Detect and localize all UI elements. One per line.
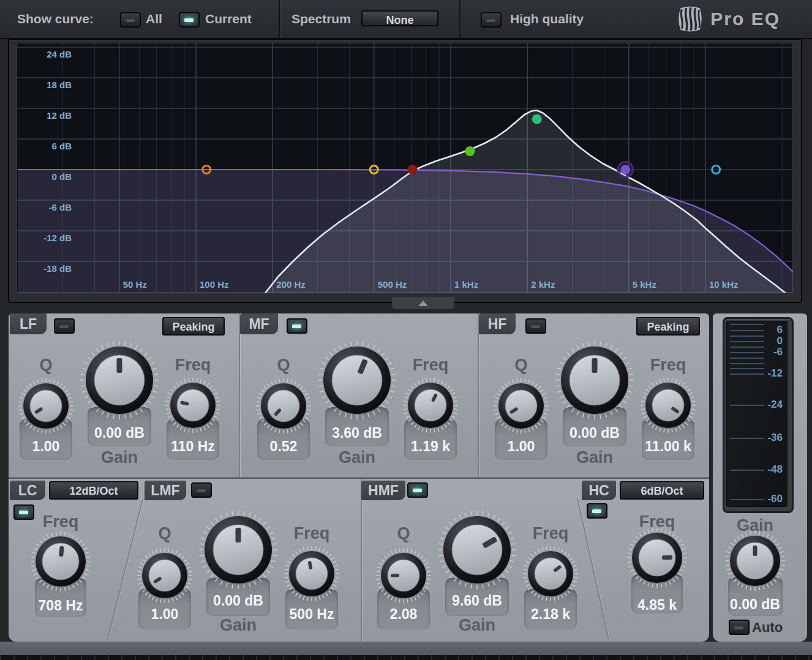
meter-scale-label: -12 <box>767 367 783 380</box>
band-enable-toggle-lmf[interactable] <box>191 482 212 498</box>
db-axis-label: -12 dB <box>43 233 72 243</box>
graph-collapse-handle[interactable] <box>392 297 454 309</box>
toggle-led-icon <box>592 509 601 513</box>
hmf-freq-value: 2.18 k <box>531 606 570 623</box>
band-tab-lc: LC <box>10 481 45 500</box>
meter-tick <box>730 341 764 342</box>
db-axis-label: -18 dB <box>43 263 72 274</box>
band-tab-hmf: HMF <box>361 481 405 500</box>
meter-scale-label: 0 <box>777 335 783 347</box>
lf-q-value: 1.00 <box>32 438 60 455</box>
eq-handle-mf[interactable] <box>465 146 475 156</box>
freq-axis-label: 5 kHz <box>633 279 656 290</box>
lc-freq-knob[interactable] <box>29 530 92 593</box>
lmf-gain-knob[interactable] <box>197 509 279 591</box>
mf-freq-knob[interactable] <box>401 376 460 435</box>
show-all-toggle[interactable] <box>120 12 141 28</box>
hf-gain-knob[interactable] <box>554 339 636 421</box>
mf-q-value: 0.52 <box>270 438 298 455</box>
spectrum-mode-dropdown[interactable]: None <box>361 10 438 26</box>
hf-q-knob[interactable] <box>492 377 551 435</box>
db-axis-label: 0 dB <box>51 171 72 182</box>
lf-gain-knob[interactable] <box>78 339 160 421</box>
hmf-q-knob[interactable] <box>374 546 433 605</box>
lf-q-knob[interactable] <box>17 377 75 435</box>
lf-freq-knob-label: Freq <box>175 356 211 375</box>
mf-q-knob[interactable] <box>254 377 313 435</box>
band-enable-toggle-hc[interactable] <box>587 503 607 519</box>
logo-text: Pro EQ <box>710 9 780 29</box>
toggle-led-icon <box>184 18 194 22</box>
lmf-freq-knob[interactable] <box>282 544 341 603</box>
presonus-logo-icon <box>676 6 704 32</box>
panel-seam <box>9 477 709 478</box>
meter-scale-label: -60 <box>767 493 783 505</box>
show-current-toggle[interactable] <box>179 12 200 28</box>
meter-tick <box>730 438 764 439</box>
db-axis-label: 18 dB <box>47 80 72 90</box>
hmf-freq-knob[interactable] <box>521 544 580 603</box>
lmf-q-knob[interactable] <box>135 546 194 605</box>
freq-axis-label: 10 kHz <box>709 279 739 290</box>
output-meter-scale: 60-6-12-24-36-48-60 <box>726 321 788 507</box>
lf-q-knob-label: Q <box>39 356 52 375</box>
panel-seam <box>361 479 362 642</box>
mf-gain-knob[interactable] <box>316 339 398 421</box>
toggle-led-icon <box>734 626 743 629</box>
toggle-led-icon <box>292 324 301 328</box>
meter-scale-label: -36 <box>767 432 783 444</box>
hmf-gain-knob[interactable] <box>436 509 518 591</box>
db-axis-label: 12 dB <box>47 110 72 121</box>
hf-freq-knob[interactable] <box>639 376 697 435</box>
band-enable-toggle-mf[interactable] <box>287 318 307 334</box>
hf-q-knob-label: Q <box>514 356 527 375</box>
lf-freq-knob[interactable] <box>164 376 222 435</box>
panel-seam <box>239 313 240 477</box>
eq-handle-hc[interactable] <box>620 165 630 174</box>
meter-tick <box>730 324 764 325</box>
meter-tick <box>730 363 764 364</box>
mf-q-knob-label: Q <box>277 356 290 375</box>
toggle-led-icon <box>486 18 495 22</box>
toggle-led-icon <box>19 511 28 514</box>
lmf-q-knob-label: Q <box>158 524 171 543</box>
chevron-up-icon <box>418 301 428 306</box>
slope-dropdown-lc[interactable]: 12dB/Oct <box>49 481 138 500</box>
eq-curve-display[interactable]: 24 dB18 dB12 dB6 dB0 dB-6 dB-12 dB-18 dB… <box>17 43 793 293</box>
band-tab-mf: MF <box>240 313 278 334</box>
band-enable-toggle-hmf[interactable] <box>407 482 428 498</box>
topbar-divider <box>279 0 280 38</box>
meter-tick <box>730 499 764 500</box>
meter-tick <box>730 373 764 375</box>
meter-scale-label: -48 <box>767 463 783 476</box>
db-axis-label: 6 dB <box>51 141 72 151</box>
band-enable-toggle-lc[interactable] <box>13 504 34 520</box>
eq-handle-hmf[interactable] <box>532 114 542 124</box>
meter-tick <box>730 358 764 359</box>
db-axis-label: -6 dB <box>49 202 72 212</box>
toggle-led-icon <box>531 324 540 328</box>
output-gain-value: 0.00 dB <box>730 596 780 613</box>
band-enable-toggle-hf[interactable] <box>525 318 546 334</box>
high-quality-label: High quality <box>510 0 584 38</box>
filter-type-dropdown-lf[interactable]: Peaking <box>162 317 225 336</box>
hmf-freq-knob-label: Freq <box>533 524 569 543</box>
auto-gain-label: Auto <box>752 620 783 636</box>
filter-type-dropdown-hf[interactable]: Peaking <box>636 317 700 336</box>
high-quality-toggle[interactable] <box>481 12 502 28</box>
eq-handle-lc[interactable] <box>408 165 418 174</box>
meter-tick <box>730 470 764 471</box>
pro-eq-plugin-window: Show curve: All Current Spectrum None Hi… <box>0 0 812 660</box>
spectrum-label: Spectrum <box>291 0 351 38</box>
slope-dropdown-hc[interactable]: 6dB/Oct <box>620 481 704 500</box>
output-gain-knob[interactable] <box>723 529 787 593</box>
band-enable-toggle-lf[interactable] <box>54 318 75 334</box>
hmf-gain-value: 9.60 dB <box>452 593 502 609</box>
bottom-strip <box>0 642 812 655</box>
lmf-freq-value: 500 Hz <box>290 606 334 623</box>
show-current-label: Current <box>205 0 252 38</box>
hc-freq-knob[interactable] <box>625 526 689 590</box>
show-curve-label: Show curve: <box>17 0 94 38</box>
mf-freq-knob-label: Freq <box>413 356 449 375</box>
auto-gain-toggle[interactable] <box>729 620 750 635</box>
